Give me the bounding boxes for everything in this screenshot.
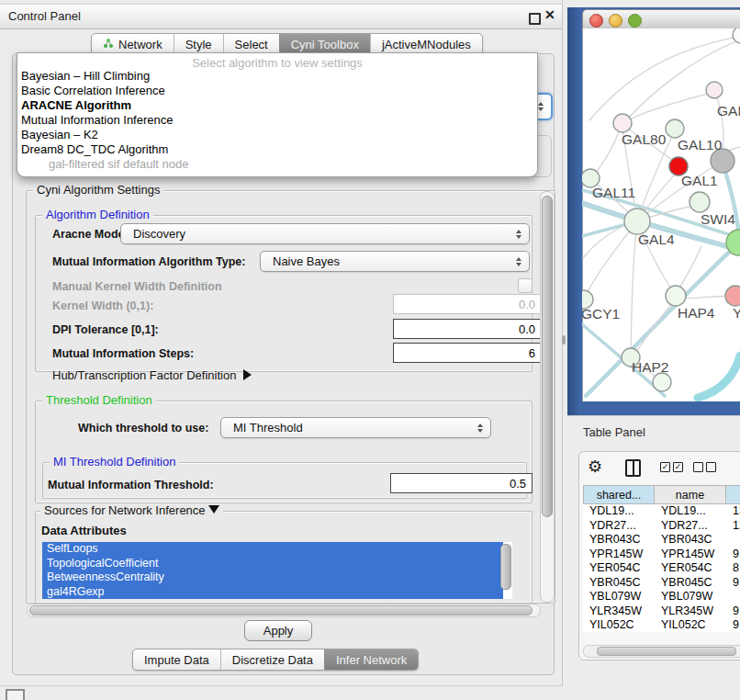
table-cell: YBR045C: [583, 576, 655, 591]
network-node-swi4[interactable]: [690, 192, 710, 212]
network-node-gal[interactable]: [706, 82, 723, 98]
tab-cyni-toolbox[interactable]: Cyni Toolbox: [279, 34, 370, 54]
table-row[interactable]: YBL079WYBL079W: [583, 590, 740, 604]
which-threshold-combo[interactable]: MI Threshold: [220, 417, 491, 438]
table-row[interactable]: YPR145WYPR145W9.: [583, 548, 740, 562]
table-row[interactable]: YBR045CYBR045C9.: [583, 576, 740, 591]
tab-label: Network: [118, 38, 163, 51]
table-row[interactable]: YER054CYER054C8.: [583, 561, 740, 576]
settings-horizontal-scrollbar[interactable]: [27, 604, 541, 617]
minimized-panel-icon[interactable]: [6, 689, 25, 700]
bottom-tab-infer-network[interactable]: Infer Network: [324, 649, 418, 670]
node-label-gal1: GAL1: [681, 173, 718, 188]
select-all-icon[interactable]: ✓✓: [660, 462, 683, 472]
tab-label: Select: [235, 38, 268, 51]
dpi-tolerance-field[interactable]: 0.0: [393, 319, 542, 339]
float-window-icon[interactable]: [529, 13, 541, 25]
table-cell: YBR043C: [655, 533, 726, 548]
tab-network[interactable]: Network: [92, 34, 174, 54]
network-window-titlebar[interactable]: [582, 9, 740, 30]
kernel-width-field[interactable]: 0.0: [393, 294, 542, 314]
data-attributes-label: Data Attributes: [41, 524, 127, 537]
attributes-list-scrollbar[interactable]: [500, 544, 511, 590]
scrollbar-thumb[interactable]: [29, 605, 533, 615]
tab-jactivemnodules[interactable]: jActiveMNodules: [370, 34, 482, 54]
table-rows: YDL19...YDL19...13YDR27...YDR27...12YBR0…: [583, 504, 740, 632]
network-edge: [629, 92, 714, 120]
aracne-mode-label: Aracne Mode:: [52, 228, 129, 241]
tab-select[interactable]: Select: [223, 34, 279, 54]
sources-toggle[interactable]: Sources for Network Inference: [40, 504, 223, 517]
settings-vertical-scrollbar[interactable]: [540, 191, 555, 603]
attribute-item-gal4rgexp[interactable]: gal4RGexp: [42, 585, 503, 600]
algorithm-option-aracne-algorithm[interactable]: ARACNE Algorithm: [20, 98, 526, 113]
scrollbar-thumb[interactable]: [597, 647, 736, 656]
table-row[interactable]: YIL052CYIL052C9: [583, 618, 740, 632]
mi-type-value: Naive Bayes: [273, 254, 340, 268]
table-cell: [726, 590, 740, 604]
table-cell: 13: [726, 504, 740, 519]
column-header-shared[interactable]: shared...: [583, 485, 655, 504]
algorithm-option-basic-correlation-inference[interactable]: Basic Correlation Inference: [20, 84, 526, 98]
hub-definition-toggle[interactable]: Hub/Transcription Factor Definition: [52, 368, 252, 382]
mi-threshold-field[interactable]: 0.5: [390, 473, 533, 493]
apply-button[interactable]: Apply: [244, 620, 312, 641]
combo-arrows-icon: [516, 230, 521, 239]
table-cell: YBL079W: [583, 590, 655, 604]
attribute-item-selfloops[interactable]: SelfLoops: [42, 542, 503, 557]
scrollbar-thumb[interactable]: [542, 196, 553, 517]
table-row[interactable]: YDL19...YDL19...13: [583, 504, 740, 519]
network-node-bottom[interactable]: [653, 373, 671, 391]
tab-label: jActiveMNodules: [382, 38, 471, 51]
close-icon[interactable]: ✕: [544, 7, 555, 22]
bottom-tab-impute-data[interactable]: Impute Data: [133, 649, 220, 670]
algorithm-option-bayesian-k2[interactable]: Bayesian – K2: [20, 128, 526, 142]
close-traffic-light[interactable]: [589, 14, 603, 28]
network-node-gal4[interactable]: [624, 209, 650, 234]
column-header-a[interactable]: A: [726, 485, 740, 504]
table-settings-gear-icon[interactable]: ⚙: [588, 457, 602, 476]
table-cell: YLR345W: [655, 604, 726, 619]
network-node-y[interactable]: [725, 286, 740, 306]
algorithm-option-mutual-information-inference[interactable]: Mutual Information Inference: [20, 113, 526, 128]
aracne-mode-combo[interactable]: Discovery: [120, 223, 530, 244]
table-cell: YIL052C: [655, 618, 726, 632]
node-label-gcy1: GCY1: [582, 306, 620, 322]
manual-kernel-checkbox[interactable]: [518, 278, 533, 293]
table-cell: 9.: [726, 604, 740, 619]
app-root: Control Panel ✕ NetworkStyleSelectCyni T…: [0, 0, 740, 700]
table-row[interactable]: YBR043CYBR043C: [583, 533, 740, 548]
splitter-grip[interactable]: [562, 335, 566, 344]
table-cell: 9: [726, 618, 740, 632]
table-horizontal-scrollbar[interactable]: [583, 645, 740, 658]
column-header-name[interactable]: name: [655, 485, 726, 504]
algorithm-definition-title: Algorithm Definition: [42, 209, 153, 221]
collapsed-arrow-icon: [243, 369, 252, 380]
table-row[interactable]: YDR27...YDR27...12: [583, 519, 740, 534]
deselect-all-icon[interactable]: [693, 462, 716, 472]
split-columns-icon[interactable]: [625, 459, 641, 477]
network-canvas[interactable]: GALGAL80GAL10GAL1GAL11SWI4GAL4GCY1HAP4YH…: [582, 28, 740, 401]
network-edge: [677, 246, 701, 293]
combo-arrows-icon: [477, 423, 483, 433]
zoom-traffic-light[interactable]: [628, 14, 642, 28]
network-node-top[interactable]: [733, 28, 740, 43]
attribute-item-topologicalcoefficient[interactable]: TopologicalCoefficient: [42, 557, 503, 571]
network-node-gal80[interactable]: [613, 114, 632, 132]
combo-arrows-icon: [516, 257, 521, 266]
node-label-gal80: GAL80: [622, 131, 667, 147]
tab-style[interactable]: Style: [174, 34, 223, 54]
network-node-hap4[interactable]: [666, 286, 686, 306]
algorithm-option-dream8-dc-tdc-algorithm[interactable]: Dream8 DC_TDC Algorithm: [20, 142, 526, 157]
table-row[interactable]: YLR345WYLR345W9.: [583, 604, 740, 619]
network-node-gal10[interactable]: [666, 119, 684, 138]
minimize-traffic-light[interactable]: [609, 14, 622, 28]
attribute-item-betweennesscentrality[interactable]: BetweennessCentrality: [42, 570, 503, 585]
mi-type-combo[interactable]: Naive Bayes: [260, 251, 530, 272]
algorithm-option-bayesian-hill-climbing[interactable]: Bayesian – Hill Climbing: [20, 69, 526, 84]
mi-steps-field[interactable]: 6: [393, 343, 542, 363]
bottom-tab-discretize-data[interactable]: Discretize Data: [220, 649, 324, 670]
node-label-y: Y: [733, 305, 740, 321]
expanded-arrow-icon: [208, 505, 219, 514]
aracne-mode-value: Discovery: [133, 227, 185, 241]
